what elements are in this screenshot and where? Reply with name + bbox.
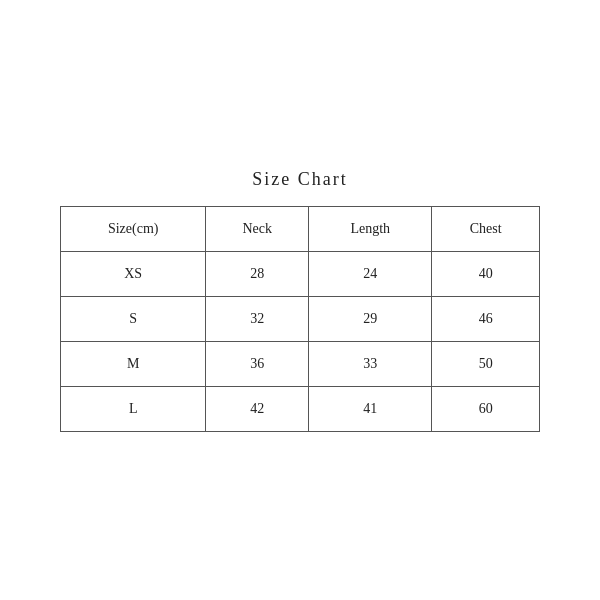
- cell-chest-1: 46: [432, 296, 540, 341]
- cell-size-2: M: [61, 341, 206, 386]
- cell-size-3: L: [61, 386, 206, 431]
- size-chart-container: Size Chart Size(cm) Neck Length Chest XS…: [60, 169, 540, 432]
- cell-neck-0: 28: [206, 251, 309, 296]
- cell-neck-1: 32: [206, 296, 309, 341]
- cell-neck-3: 42: [206, 386, 309, 431]
- size-chart-table: Size(cm) Neck Length Chest XS282440S3229…: [60, 206, 540, 432]
- cell-size-1: S: [61, 296, 206, 341]
- cell-neck-2: 36: [206, 341, 309, 386]
- col-header-length: Length: [309, 206, 432, 251]
- cell-length-2: 33: [309, 341, 432, 386]
- cell-chest-0: 40: [432, 251, 540, 296]
- table-row: L424160: [61, 386, 540, 431]
- chart-title: Size Chart: [252, 169, 347, 190]
- cell-length-0: 24: [309, 251, 432, 296]
- col-header-chest: Chest: [432, 206, 540, 251]
- table-row: XS282440: [61, 251, 540, 296]
- table-row: M363350: [61, 341, 540, 386]
- cell-length-1: 29: [309, 296, 432, 341]
- cell-chest-3: 60: [432, 386, 540, 431]
- cell-chest-2: 50: [432, 341, 540, 386]
- cell-size-0: XS: [61, 251, 206, 296]
- table-row: S322946: [61, 296, 540, 341]
- col-header-size: Size(cm): [61, 206, 206, 251]
- col-header-neck: Neck: [206, 206, 309, 251]
- cell-length-3: 41: [309, 386, 432, 431]
- table-header-row: Size(cm) Neck Length Chest: [61, 206, 540, 251]
